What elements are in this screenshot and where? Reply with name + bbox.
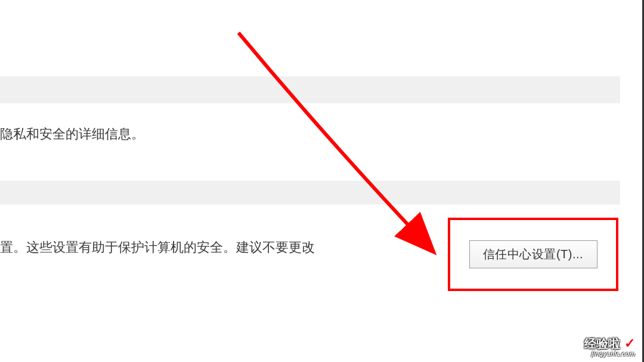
- section-header-bar-1: [0, 76, 620, 103]
- trust-center-settings-button[interactable]: 信任中心设置(T)...: [469, 240, 597, 268]
- settings-protection-text: 置。这些设置有助于保护计算机的安全。建议不要更改: [0, 239, 315, 257]
- highlight-box: 信任中心设置(T)...: [448, 218, 618, 291]
- privacy-security-text: 隐私和安全的详细信息。: [0, 125, 144, 144]
- watermark-check-icon: ✓: [624, 336, 635, 351]
- settings-panel: 隐私和安全的详细信息。 置。这些设置有助于保护计算机的安全。建议不要更改 信任中…: [0, 0, 644, 362]
- annotation-arrow: [221, 27, 459, 265]
- watermark: 经验啦 ✓ jingyanla.com: [584, 337, 635, 357]
- section-header-bar-2: [0, 181, 620, 205]
- watermark-url: jingyanla.com: [584, 351, 635, 357]
- watermark-main-text: 经验啦: [584, 337, 620, 350]
